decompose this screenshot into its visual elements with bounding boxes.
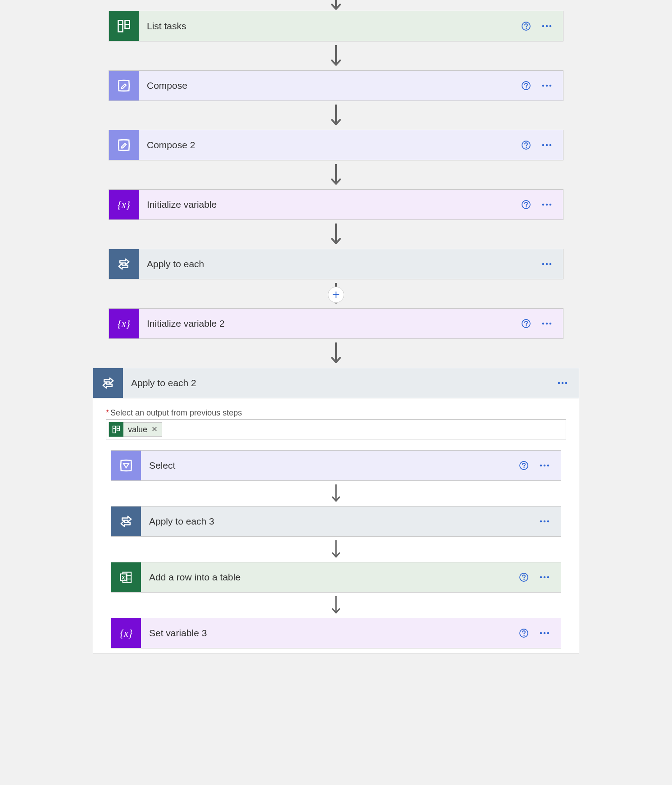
- step-title: Initialize variable 2: [139, 309, 521, 338]
- step-set-var-3[interactable]: Set variable 3: [111, 618, 561, 648]
- flow-arrow: [331, 279, 341, 308]
- help-icon[interactable]: [521, 199, 531, 210]
- compose-icon: [109, 71, 139, 100]
- select-icon: [111, 451, 141, 480]
- flow-arrow: [331, 41, 341, 70]
- step-actions: [539, 507, 561, 536]
- step-actions: [521, 11, 563, 41]
- step-apply-each-2-container: Apply to each 2 *Select an output from p…: [93, 368, 579, 653]
- step-title: Apply to each 3: [141, 507, 539, 536]
- flow-arrow: [331, 481, 341, 506]
- help-icon[interactable]: [521, 318, 531, 329]
- help-icon[interactable]: [518, 460, 529, 471]
- step-list-tasks[interactable]: List tasks: [109, 11, 563, 41]
- menu-icon[interactable]: [541, 21, 552, 32]
- compose-icon: [109, 130, 139, 160]
- flow-arrow: [331, 160, 341, 189]
- step-init-var[interactable]: Initialize variable: [109, 189, 563, 220]
- step-actions: [541, 249, 563, 279]
- menu-icon[interactable]: [541, 140, 552, 151]
- control-icon: [109, 249, 139, 279]
- control-icon: [93, 368, 123, 398]
- step-actions: [521, 309, 563, 338]
- help-icon[interactable]: [518, 572, 529, 583]
- step-title: Compose 2: [139, 130, 521, 160]
- step-actions: [521, 190, 563, 219]
- step-add-row[interactable]: Add a row into a table: [111, 562, 561, 593]
- step-title: Initialize variable: [139, 190, 521, 219]
- step-actions: [518, 562, 561, 592]
- menu-icon[interactable]: [541, 199, 552, 210]
- variable-icon: [109, 309, 139, 338]
- flow-arrow: [331, 537, 341, 562]
- step-title: Set variable 3: [141, 618, 518, 648]
- step-title: Add a row into a table: [141, 562, 518, 592]
- step-actions: [557, 368, 579, 398]
- menu-icon[interactable]: [541, 259, 552, 269]
- step-compose[interactable]: Compose: [109, 70, 563, 101]
- planner-icon: [109, 422, 123, 437]
- step-init-var-2[interactable]: Initialize variable 2: [109, 308, 563, 339]
- menu-icon[interactable]: [539, 460, 550, 471]
- output-selector-input[interactable]: value: [106, 420, 566, 439]
- step-actions: [521, 71, 563, 100]
- step-actions: [521, 130, 563, 160]
- step-title: Apply to each 2: [123, 368, 557, 398]
- flow-arrow: [331, 593, 341, 618]
- menu-icon[interactable]: [541, 80, 552, 91]
- step-actions: [518, 618, 561, 648]
- control-icon: [111, 507, 141, 536]
- flow-arrow: [331, 101, 341, 130]
- step-compose-2[interactable]: Compose 2: [109, 130, 563, 160]
- step-title: Select: [141, 451, 518, 480]
- step-apply-each-2[interactable]: Apply to each 2: [93, 368, 579, 398]
- step-title: List tasks: [139, 11, 521, 41]
- field-label: *Select an output from previous steps: [106, 408, 566, 418]
- step-title: Compose: [139, 71, 521, 100]
- menu-icon[interactable]: [541, 318, 552, 329]
- step-apply-each[interactable]: Apply to each: [109, 249, 563, 279]
- excel-icon: [111, 562, 141, 592]
- variable-icon: [109, 190, 139, 219]
- flow-arrow: [331, 220, 341, 249]
- token-value[interactable]: value: [109, 422, 162, 437]
- step-apply-each-3[interactable]: Apply to each 3: [111, 506, 561, 537]
- flow-arrow: [331, 339, 341, 368]
- help-icon[interactable]: [521, 21, 531, 32]
- add-step-button[interactable]: [328, 287, 344, 303]
- step-select[interactable]: Select: [111, 450, 561, 481]
- help-icon[interactable]: [521, 80, 531, 91]
- step-actions: [518, 451, 561, 480]
- menu-icon[interactable]: [539, 516, 550, 527]
- planner-icon: [109, 11, 139, 41]
- help-icon[interactable]: [518, 628, 529, 639]
- step-title: Apply to each: [139, 249, 541, 279]
- token-label: value: [123, 425, 151, 434]
- variable-icon: [111, 618, 141, 648]
- flow-arrow: [331, 0, 341, 11]
- menu-icon[interactable]: [539, 628, 550, 639]
- menu-icon[interactable]: [539, 572, 550, 583]
- help-icon[interactable]: [521, 140, 531, 151]
- token-remove-icon[interactable]: [151, 424, 162, 435]
- menu-icon[interactable]: [557, 378, 568, 388]
